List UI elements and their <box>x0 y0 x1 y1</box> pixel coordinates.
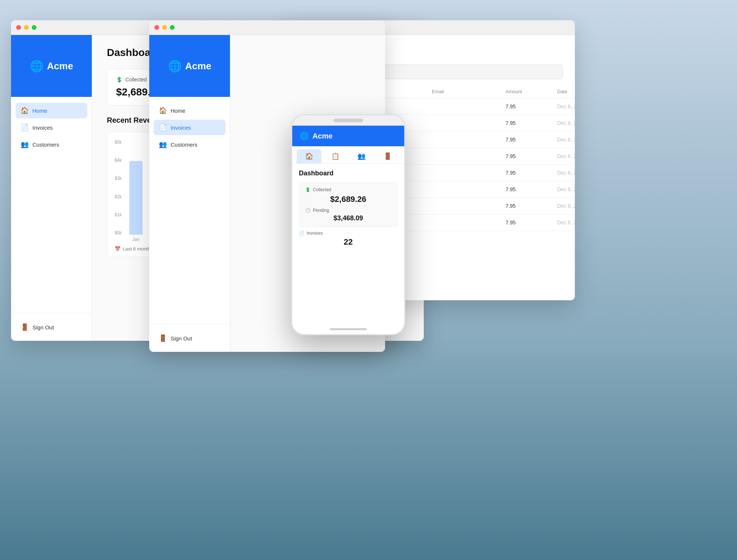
signout-icon: 🚪 <box>21 323 29 331</box>
sidebar-item-customers-2[interactable]: 👥 Customers <box>154 137 226 152</box>
phone-stat-card-collected: 💲 Collected $2,689.26 🕐 Pending $3,468.0… <box>299 182 398 227</box>
invoices-icon-2: 📄 <box>159 123 167 132</box>
phone-collected-value: $2,689.26 <box>305 195 391 204</box>
phone-tab-invoices[interactable]: 📋 <box>323 149 347 163</box>
phone-page-title: Dashboard <box>299 169 398 177</box>
sidebar-footer-2: 🚪 Sign Out <box>149 324 230 352</box>
phone-invoices-icon: 📄 <box>299 231 304 236</box>
y-label-0k: $0k <box>115 230 122 235</box>
phone-pending-value: $3,468.09 <box>305 214 391 222</box>
cell-date: Dec 6, 2022 <box>557 170 575 176</box>
sidebar-home-label-2: Home <box>171 108 185 114</box>
sidebar-home-label: Home <box>32 108 47 114</box>
signout-button-1[interactable]: 🚪 Sign Out <box>15 319 87 335</box>
cell-amount: 7.95 <box>506 153 557 159</box>
phone-dollar-icon: 💲 <box>305 187 311 192</box>
cell-date: Dec 6, 2022 <box>557 203 575 209</box>
minimize-button-2[interactable] <box>162 25 167 30</box>
sidebar-logo-2: 🌐 Acme <box>149 35 230 97</box>
signout-icon-2: 🚪 <box>159 334 167 342</box>
y-label-4k: $4k <box>115 158 122 163</box>
dollar-circle-icon: 💲 <box>116 77 122 83</box>
phone-tab-signout[interactable]: 🚪 <box>375 149 400 163</box>
y-label-2k: $2k <box>115 194 122 199</box>
phone-nav-tabs: 🏠 📋 👥 🚪 <box>292 146 404 164</box>
titlebar-2 <box>149 20 385 35</box>
phone-collected-label: 💲 Collected <box>305 187 391 192</box>
maximize-button[interactable] <box>32 25 36 30</box>
phone-brand: Acme <box>312 132 332 140</box>
bar-jan: Jan <box>129 161 143 242</box>
phone-logo: 🌐 Acme <box>292 126 404 146</box>
col-email: Email <box>432 89 506 94</box>
bar-jan-rect <box>129 161 143 235</box>
phone-bottom-bar <box>292 324 404 334</box>
phone-home-indicator <box>330 328 367 330</box>
maximize-button-2[interactable] <box>170 25 175 30</box>
sidebar-nav-2: 🏠 Home 📄 Invoices 👥 Customers <box>149 97 230 324</box>
chart-y-labels: $5k $4k $3k $2k $1k $0k <box>115 140 122 235</box>
y-label-5k: $5k <box>115 140 122 145</box>
signout-button-2[interactable]: 🚪 Sign Out <box>154 330 226 346</box>
customers-icon: 👥 <box>21 140 29 148</box>
y-label-1k: $1k <box>115 212 122 217</box>
col-date: Date <box>557 89 575 94</box>
sidebar-item-customers[interactable]: 👥 Customers <box>15 137 87 152</box>
customers-icon-2: 👥 <box>159 140 167 148</box>
minimize-button[interactable] <box>24 25 29 30</box>
signout-label-2: Sign Out <box>171 335 192 342</box>
chart-footer-label: Last 6 months <box>123 246 153 252</box>
cell-amount: 7.95 <box>506 186 557 192</box>
phone-invoices-count: 22 <box>299 236 398 248</box>
cell-amount: 7.95 <box>506 120 557 126</box>
sidebar-logo-1: 🌐 Acme <box>11 35 92 97</box>
phone-body: 🌐 Acme 🏠 📋 👥 🚪 Dashboard 💲 Collected $2,… <box>292 126 404 324</box>
col-amount: Amount <box>506 89 557 94</box>
cell-amount: 7.95 <box>506 220 557 225</box>
globe-icon: 🌐 <box>30 60 43 73</box>
cell-date: Dec 6, 2022 <box>557 220 575 225</box>
cell-amount: 7.95 <box>506 104 557 109</box>
close-button[interactable] <box>16 25 21 30</box>
sidebar-item-home-2[interactable]: 🏠 Home <box>154 103 226 118</box>
phone-globe-icon: 🌐 <box>300 132 309 140</box>
sidebar-invoices-label-2: Invoices <box>171 125 191 131</box>
phone-clock-icon: 🕐 <box>305 208 311 213</box>
sidebar-invoices-label: Invoices <box>32 125 53 131</box>
calendar-icon: 📅 <box>115 246 120 252</box>
cell-date: Dec 6, 2022 <box>557 137 575 143</box>
sidebar-2: 🌐 Acme 🏠 Home 📄 Invoices 👥 Customers <box>149 35 230 352</box>
cell-date: Dec 6, 2022 <box>557 120 575 126</box>
signout-label-1: Sign Out <box>32 324 54 330</box>
x-label-jan: Jan <box>132 237 139 242</box>
phone-notch-bar <box>292 115 404 126</box>
phone-notch <box>333 119 363 122</box>
cell-amount: 7.95 <box>506 137 557 143</box>
close-button-2[interactable] <box>154 25 159 30</box>
cell-date: Dec 6, 2022 <box>557 186 575 192</box>
cell-date: Dec 6, 2022 <box>557 104 575 109</box>
sidebar-1: 🌐 Acme 🏠 Home 📄 Invoices 👥 Customers <box>11 35 92 341</box>
phone-invoices-label: 📄 Invoices <box>299 231 398 236</box>
sidebar-brand-name: Acme <box>47 60 73 72</box>
phone-tab-home[interactable]: 🏠 <box>297 149 321 163</box>
phone-content: Dashboard 💲 Collected $2,689.26 🕐 Pendin… <box>292 164 404 324</box>
phone-pending-label: 🕐 Pending <box>305 208 391 213</box>
globe-icon-2: 🌐 <box>168 60 182 73</box>
sidebar-item-home[interactable]: 🏠 Home <box>15 103 87 118</box>
invoices-icon: 📄 <box>21 123 29 132</box>
phone-device: 🌐 Acme 🏠 📋 👥 🚪 Dashboard 💲 Collected $2,… <box>291 114 405 335</box>
sidebar-customers-label: Customers <box>32 141 59 148</box>
sidebar-item-invoices-2[interactable]: 📄 Invoices <box>154 120 226 135</box>
sidebar-item-invoices[interactable]: 📄 Invoices <box>15 120 87 135</box>
cell-date: Dec 6, 2022 <box>557 153 575 159</box>
sidebar-footer-1: 🚪 Sign Out <box>11 313 92 341</box>
home-icon-2: 🏠 <box>159 106 167 115</box>
cell-amount: 7.95 <box>506 203 557 209</box>
sidebar-brand-name-2: Acme <box>185 60 212 72</box>
sidebar-nav-1: 🏠 Home 📄 Invoices 👥 Customers <box>11 97 92 313</box>
phone-tab-customers[interactable]: 👥 <box>349 149 374 163</box>
cell-amount: 7.95 <box>506 170 557 176</box>
sidebar-customers-label-2: Customers <box>171 141 198 148</box>
y-label-3k: $3k <box>115 176 122 181</box>
